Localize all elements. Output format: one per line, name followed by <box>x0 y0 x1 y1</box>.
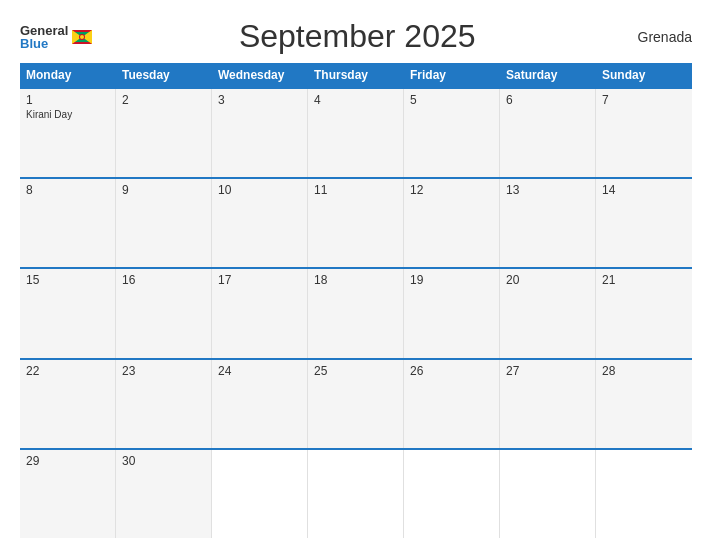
page-header: General Blue September 2025 Grenada <box>20 18 692 55</box>
calendar-cell: 4 <box>308 89 404 177</box>
calendar-cell: 12 <box>404 179 500 267</box>
header-friday: Friday <box>404 63 500 87</box>
calendar-cell: 23 <box>116 360 212 448</box>
calendar-cell: 20 <box>500 269 596 357</box>
day-number: 17 <box>218 273 301 287</box>
calendar-cell: 27 <box>500 360 596 448</box>
calendar-cell: 9 <box>116 179 212 267</box>
calendar-cell: 3 <box>212 89 308 177</box>
calendar-cell: 8 <box>20 179 116 267</box>
calendar-cell: 7 <box>596 89 692 177</box>
calendar: Monday Tuesday Wednesday Thursday Friday… <box>20 63 692 538</box>
calendar-cell: 21 <box>596 269 692 357</box>
header-monday: Monday <box>20 63 116 87</box>
calendar-cell: 6 <box>500 89 596 177</box>
day-number: 5 <box>410 93 493 107</box>
header-saturday: Saturday <box>500 63 596 87</box>
calendar-cell: 29 <box>20 450 116 538</box>
day-number: 6 <box>506 93 589 107</box>
day-number: 19 <box>410 273 493 287</box>
day-number: 1 <box>26 93 109 107</box>
logo-flag-icon <box>72 30 92 44</box>
day-number: 22 <box>26 364 109 378</box>
svg-point-6 <box>80 35 84 39</box>
header-sunday: Sunday <box>596 63 692 87</box>
day-number: 24 <box>218 364 301 378</box>
calendar-cell: 1Kirani Day <box>20 89 116 177</box>
calendar-cell: 19 <box>404 269 500 357</box>
day-number: 18 <box>314 273 397 287</box>
day-number: 14 <box>602 183 686 197</box>
calendar-cell <box>212 450 308 538</box>
day-number: 2 <box>122 93 205 107</box>
calendar-cell: 11 <box>308 179 404 267</box>
calendar-cell: 10 <box>212 179 308 267</box>
calendar-cell: 24 <box>212 360 308 448</box>
calendar-body: 1Kirani Day23456789101112131415161718192… <box>20 87 692 538</box>
week-5: 2930 <box>20 448 692 538</box>
calendar-cell: 5 <box>404 89 500 177</box>
calendar-header: Monday Tuesday Wednesday Thursday Friday… <box>20 63 692 87</box>
day-number: 13 <box>506 183 589 197</box>
day-number: 16 <box>122 273 205 287</box>
calendar-cell: 30 <box>116 450 212 538</box>
calendar-cell: 17 <box>212 269 308 357</box>
day-number: 4 <box>314 93 397 107</box>
logo-blue-text: Blue <box>20 37 68 50</box>
week-2: 891011121314 <box>20 177 692 267</box>
calendar-cell: 13 <box>500 179 596 267</box>
day-number: 30 <box>122 454 205 468</box>
day-number: 25 <box>314 364 397 378</box>
day-number: 23 <box>122 364 205 378</box>
day-number: 21 <box>602 273 686 287</box>
logo-general-text: General <box>20 24 68 37</box>
day-number: 8 <box>26 183 109 197</box>
day-number: 29 <box>26 454 109 468</box>
day-number: 20 <box>506 273 589 287</box>
calendar-page: General Blue September 2025 Grenada Mond… <box>0 0 712 550</box>
calendar-cell <box>404 450 500 538</box>
country-name: Grenada <box>622 29 692 45</box>
calendar-cell: 22 <box>20 360 116 448</box>
day-number: 12 <box>410 183 493 197</box>
header-wednesday: Wednesday <box>212 63 308 87</box>
day-number: 15 <box>26 273 109 287</box>
calendar-cell: 25 <box>308 360 404 448</box>
calendar-cell: 15 <box>20 269 116 357</box>
calendar-cell <box>596 450 692 538</box>
day-number: 11 <box>314 183 397 197</box>
calendar-cell: 28 <box>596 360 692 448</box>
month-title: September 2025 <box>92 18 622 55</box>
calendar-cell <box>500 450 596 538</box>
day-number: 9 <box>122 183 205 197</box>
day-number: 10 <box>218 183 301 197</box>
calendar-cell: 14 <box>596 179 692 267</box>
week-4: 22232425262728 <box>20 358 692 448</box>
calendar-cell <box>308 450 404 538</box>
week-1: 1Kirani Day234567 <box>20 87 692 177</box>
event-text: Kirani Day <box>26 109 109 120</box>
day-number: 3 <box>218 93 301 107</box>
day-number: 7 <box>602 93 686 107</box>
day-number: 27 <box>506 364 589 378</box>
day-number: 28 <box>602 364 686 378</box>
header-thursday: Thursday <box>308 63 404 87</box>
calendar-cell: 2 <box>116 89 212 177</box>
calendar-cell: 16 <box>116 269 212 357</box>
calendar-cell: 26 <box>404 360 500 448</box>
calendar-cell: 18 <box>308 269 404 357</box>
week-3: 15161718192021 <box>20 267 692 357</box>
logo: General Blue <box>20 24 92 50</box>
day-number: 26 <box>410 364 493 378</box>
header-tuesday: Tuesday <box>116 63 212 87</box>
